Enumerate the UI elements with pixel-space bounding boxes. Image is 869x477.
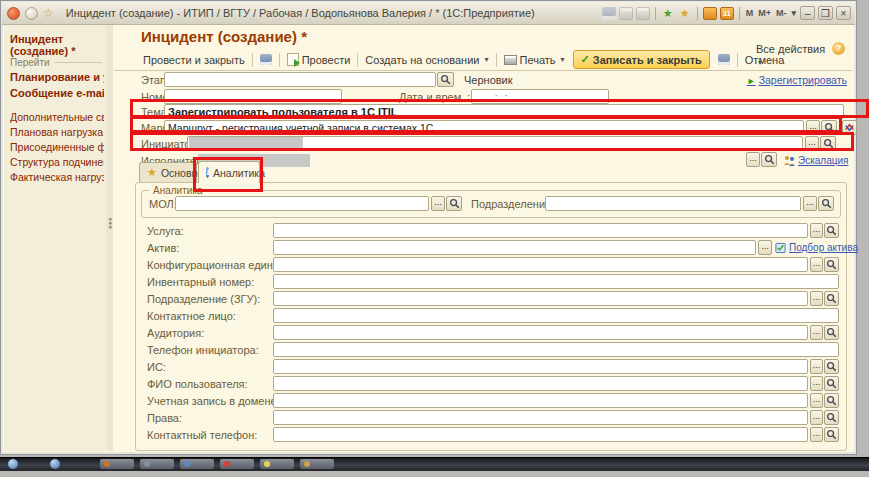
field-search-button[interactable] (824, 257, 839, 272)
stage-search-button[interactable] (437, 72, 454, 87)
field-select-button[interactable]: ... (758, 240, 772, 255)
mol-search-button[interactable] (446, 196, 462, 211)
field-select-button[interactable]: ... (810, 325, 823, 340)
field-input[interactable] (273, 274, 839, 289)
quick-menu-button[interactable] (25, 7, 38, 20)
stage-input[interactable] (164, 72, 436, 87)
executor-search-button[interactable] (761, 152, 777, 167)
field-input[interactable] (273, 257, 808, 272)
help-icon[interactable]: ? (832, 42, 845, 55)
memory-mplus-button[interactable]: M+ (757, 8, 772, 18)
panel-splitter[interactable]: ●●● (106, 25, 113, 451)
route-input[interactable]: Маршрут - регистрация учетной записи в с… (164, 120, 804, 135)
field-search-button[interactable] (824, 427, 839, 442)
restore-button[interactable]: ❒ (818, 6, 833, 20)
field-input[interactable] (273, 240, 756, 255)
post-button[interactable]: Провести (283, 52, 355, 67)
field-input[interactable] (273, 359, 808, 374)
route-search-button[interactable] (821, 120, 837, 135)
minimize-button[interactable]: – (800, 6, 815, 20)
field-search-button[interactable] (824, 325, 839, 340)
sidebar-item[interactable]: Плановая нагрузка на исп... (10, 126, 104, 138)
field-input[interactable] (273, 223, 808, 238)
field-search-button[interactable] (824, 359, 839, 374)
save-icon[interactable] (602, 7, 616, 20)
field-search-button[interactable] (824, 376, 839, 391)
sidebar-item-primary[interactable]: Планирование и учет ... (10, 71, 104, 83)
field-search-button[interactable] (824, 410, 839, 425)
initiator-select-button[interactable]: ... (805, 136, 819, 151)
escalation-link[interactable]: Эскалация (798, 155, 848, 166)
taskbar-app-button[interactable] (220, 459, 254, 469)
field-input[interactable] (273, 376, 808, 391)
field-input[interactable] (273, 427, 808, 442)
sidebar-item[interactable]: Структура подчиненности (10, 156, 104, 168)
taskbar-app-button[interactable] (260, 459, 294, 469)
field-select-button[interactable]: ... (810, 410, 823, 425)
tab-analytics[interactable]: i Аналитика (198, 161, 260, 183)
field-select-button[interactable]: ... (810, 291, 823, 306)
department-select-button[interactable]: ... (803, 196, 817, 211)
calendar-date-icon[interactable]: 31 (720, 7, 734, 20)
print-icon[interactable] (619, 7, 633, 20)
sidebar-item[interactable]: Дополнительные сведения (10, 111, 104, 123)
chevron-down-icon[interactable]: ▾ (790, 8, 797, 18)
number-input[interactable] (164, 89, 342, 104)
taskbar[interactable] (0, 457, 869, 471)
mol-input[interactable] (175, 196, 429, 211)
print-button[interactable]: Печать▾ (500, 53, 569, 67)
field-select-button[interactable]: ... (810, 393, 823, 408)
taskbar-app-button[interactable] (300, 459, 334, 469)
mol-select-button[interactable]: ... (431, 196, 445, 211)
field-input[interactable] (273, 342, 839, 357)
calendar-icon[interactable] (703, 7, 717, 20)
department-input[interactable] (545, 196, 801, 211)
memory-m-button[interactable]: M (745, 8, 755, 18)
initiator-search-button[interactable] (820, 136, 836, 151)
field-search-button[interactable] (824, 291, 839, 306)
field-select-button[interactable]: ... (810, 257, 823, 272)
post-and-close-button[interactable]: Провести и закрыть (139, 53, 249, 67)
save-and-close-button[interactable]: ✓Записать и закрыть (573, 50, 710, 69)
create-based-on-button[interactable]: Создать на основании▾ (361, 53, 492, 67)
route-open-map-button[interactable] (842, 120, 857, 135)
subject-input[interactable]: Зарегистрировать пользователя в 1С ITIL (164, 104, 844, 119)
save-button[interactable] (256, 53, 276, 66)
field-input[interactable] (273, 325, 808, 340)
sidebar: Инцидент (создание) * Перейти Планирован… (4, 25, 107, 451)
memory-mminus-button[interactable]: M- (775, 8, 788, 18)
print-preview-icon[interactable] (636, 7, 650, 20)
datetime-input[interactable]: . . : : (471, 89, 609, 104)
save-button-2[interactable] (714, 53, 734, 66)
field-input[interactable] (273, 291, 808, 306)
taskbar-app-button[interactable] (180, 459, 214, 469)
field-select-button[interactable]: ... (810, 427, 823, 442)
add-favorite-icon[interactable]: ★ (661, 7, 675, 20)
department-search-button[interactable] (818, 196, 834, 211)
favorites-star-icon[interactable]: ☆ (43, 6, 54, 20)
register-link[interactable]: ►Зарегистрировать (701, 74, 847, 86)
taskbar-start-orb[interactable] (8, 459, 18, 469)
executor-select-button[interactable]: ... (746, 152, 760, 167)
taskbar-app-button[interactable] (140, 459, 174, 469)
asset-pick-link[interactable]: Подбор актива (789, 242, 858, 253)
favorites-icon[interactable]: ★ (678, 7, 692, 20)
field-input[interactable] (273, 393, 808, 408)
taskbar-start-orb[interactable] (50, 459, 60, 469)
main-menu-button[interactable] (7, 7, 20, 20)
field-select-button[interactable]: ... (810, 223, 823, 238)
taskbar-app-button[interactable] (100, 459, 134, 469)
field-input[interactable] (273, 410, 808, 425)
field-search-button[interactable] (824, 393, 839, 408)
sidebar-item[interactable]: Фактическая нагрузка на ... (10, 171, 104, 183)
field-input[interactable] (273, 308, 839, 323)
route-select-button[interactable]: ... (806, 120, 820, 135)
sidebar-item[interactable]: Присоединенные файлы (10, 141, 104, 153)
field-select-button[interactable]: ... (810, 359, 823, 374)
sidebar-item-primary[interactable]: Сообщение e-mail (10, 87, 104, 99)
close-button[interactable]: × (836, 6, 851, 20)
field-search-button[interactable] (824, 223, 839, 238)
field-select-button[interactable]: ... (810, 376, 823, 391)
all-actions-button[interactable]: Все действия ▾ (756, 43, 830, 67)
tab-main[interactable]: ★ Основное (139, 162, 197, 182)
